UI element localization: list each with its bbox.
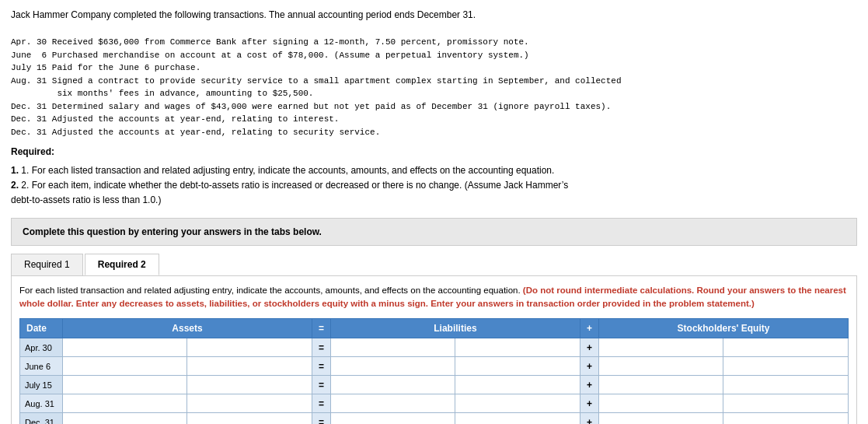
- tab-instructions: For each listed transaction and related …: [19, 284, 849, 311]
- col-equals: =: [312, 319, 330, 338]
- tab-content-area: For each listed transaction and related …: [11, 276, 857, 424]
- equity-input-2[interactable]: [723, 338, 849, 357]
- equity-input-2[interactable]: [723, 413, 849, 424]
- table-row: Apr. 30=+: [20, 338, 849, 357]
- assets-input-1[interactable]: [63, 376, 187, 394]
- col-assets: Assets: [63, 319, 312, 338]
- required-section: Required:: [11, 146, 857, 157]
- transactions-text: Apr. 30 Received $636,000 from Commerce …: [11, 36, 857, 138]
- table-row: Dec. 31=+: [20, 413, 849, 424]
- highlight-instructions: (Do not round intermediate calculations.…: [19, 286, 846, 308]
- tab-required1[interactable]: Required 1: [11, 254, 83, 275]
- assets-input-1[interactable]: [63, 413, 187, 424]
- plus-symbol: +: [580, 357, 598, 376]
- assets-input-1[interactable]: [63, 394, 187, 413]
- table-row: July 15=+: [20, 376, 849, 394]
- equals-symbol: =: [312, 394, 330, 413]
- equity-input-1[interactable]: [598, 394, 723, 413]
- table-row: June 6=+: [20, 357, 849, 376]
- assets-input-2[interactable]: [187, 338, 312, 357]
- equity-input-2[interactable]: [723, 376, 849, 394]
- liabilities-input-1[interactable]: [330, 376, 455, 394]
- equity-input-2[interactable]: [723, 394, 849, 413]
- liabilities-input-1[interactable]: [330, 338, 455, 357]
- equity-input-2[interactable]: [723, 357, 849, 376]
- col-date: Date: [20, 319, 63, 338]
- equity-input-1[interactable]: [598, 413, 723, 424]
- tab-required2[interactable]: Required 2: [85, 254, 159, 275]
- instruction-1-text: 1. For each listed transaction and relat…: [21, 165, 554, 176]
- liabilities-input-1[interactable]: [330, 357, 455, 376]
- date-cell: July 15: [20, 376, 63, 394]
- col-plus: +: [580, 319, 598, 338]
- tabs-container: Required 1 Required 2: [11, 254, 857, 276]
- intro-main: Jack Hammer Company completed the follow…: [11, 8, 857, 22]
- equity-input-1[interactable]: [598, 376, 723, 394]
- instruction-2b: debt-to-assets ratio is less than 1.0.): [11, 193, 857, 208]
- liabilities-input-2[interactable]: [455, 394, 580, 413]
- liabilities-input-1[interactable]: [330, 394, 455, 413]
- date-cell: Dec. 31: [20, 413, 63, 424]
- equals-symbol: =: [312, 338, 330, 357]
- date-cell: Apr. 30: [20, 338, 63, 357]
- liabilities-input-2[interactable]: [455, 357, 580, 376]
- liabilities-input-2[interactable]: [455, 413, 580, 424]
- plus-symbol: +: [580, 413, 598, 424]
- instruction-1-bold: 1.: [11, 165, 19, 176]
- assets-input-1[interactable]: [63, 357, 187, 376]
- table-row: Aug. 31=+: [20, 394, 849, 413]
- complete-box-text: Complete this question by entering your …: [23, 226, 322, 237]
- equals-symbol: =: [312, 413, 330, 424]
- date-cell: June 6: [20, 357, 63, 376]
- equity-input-1[interactable]: [598, 338, 723, 357]
- main-container: Jack Hammer Company completed the follow…: [11, 8, 857, 424]
- plus-symbol: +: [580, 338, 598, 357]
- equity-input-1[interactable]: [598, 357, 723, 376]
- plus-symbol: +: [580, 376, 598, 394]
- plus-symbol: +: [580, 394, 598, 413]
- assets-input-2[interactable]: [187, 357, 312, 376]
- instructions-block: 1. 1. For each listed transaction and re…: [11, 163, 857, 208]
- assets-input-1[interactable]: [63, 338, 187, 357]
- equals-symbol: =: [312, 376, 330, 394]
- instruction-2-text: 2. For each item, indicate whether the d…: [21, 180, 568, 191]
- assets-input-2[interactable]: [187, 413, 312, 424]
- instruction-2-bold: 2.: [11, 180, 19, 191]
- assets-input-2[interactable]: [187, 376, 312, 394]
- equals-symbol: =: [312, 357, 330, 376]
- liabilities-input-2[interactable]: [455, 338, 580, 357]
- col-liabilities: Liabilities: [330, 319, 580, 338]
- complete-box: Complete this question by entering your …: [11, 218, 857, 246]
- liabilities-input-1[interactable]: [330, 413, 455, 424]
- required-title: Required:: [11, 146, 54, 157]
- col-equity: Stockholders' Equity: [598, 319, 848, 338]
- date-cell: Aug. 31: [20, 394, 63, 413]
- liabilities-input-2[interactable]: [455, 376, 580, 394]
- assets-input-2[interactable]: [187, 394, 312, 413]
- accounting-table: Date Assets = Liabilities + Stockholders…: [19, 318, 849, 424]
- intro-paragraph: Jack Hammer Company completed the follow…: [11, 8, 857, 138]
